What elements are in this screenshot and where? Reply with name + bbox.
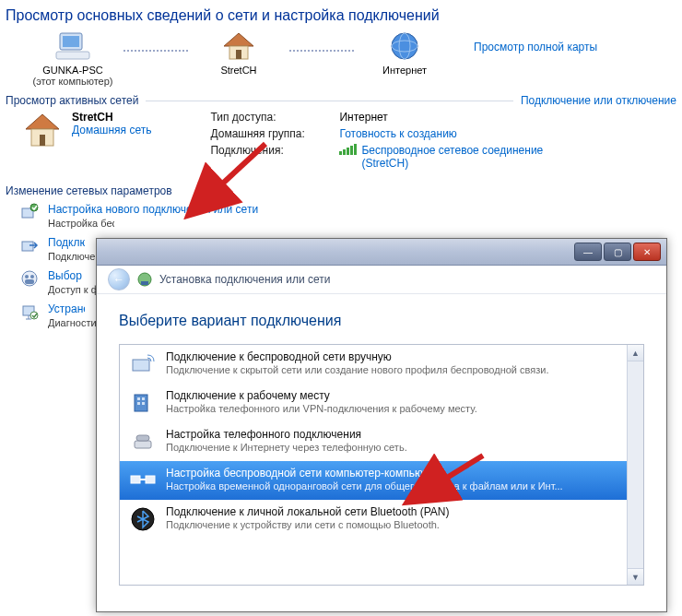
full-map-link[interactable]: Просмотр полной карты: [474, 41, 597, 53]
troubleshoot-icon: [20, 302, 39, 321]
wizard-subheader-text: Установка подключения или сети: [159, 273, 330, 286]
map-node-pc: GUNKA-PSC (этот компьютер): [22, 30, 123, 87]
active-network-summary: StretCH Домашняя сеть Тип доступа: Интер…: [22, 111, 682, 170]
pc-icon: [54, 30, 91, 63]
maximize-button[interactable]: ▢: [604, 243, 631, 261]
signal-bars-icon: [339, 144, 358, 158]
svg-marker-9: [26, 114, 59, 129]
homegroup-link[interactable]: Готовность к созданию: [339, 127, 546, 140]
access-type-label: Тип доступа:: [210, 111, 330, 124]
option-title: Настройка нового подключения или сети: [48, 203, 258, 216]
svg-rect-1: [63, 36, 79, 47]
globe-icon: [386, 30, 423, 63]
wizard-heading: Выберите вариант подключения: [119, 313, 644, 329]
network-details-grid: Тип доступа: Интернет Домашняя группа: Г…: [210, 111, 546, 170]
wizard-icon: [20, 203, 39, 221]
svg-point-17: [30, 275, 34, 278]
homegroup-label: Домашняя группа:: [210, 127, 330, 140]
svg-rect-18: [25, 279, 34, 284]
map-router-label: StretCH: [220, 65, 256, 76]
page-title: Просмотр основных сведений о сети и наст…: [6, 7, 676, 24]
svg-marker-3: [224, 33, 253, 46]
active-networks-header: Просмотр активных сетей Подключение или …: [6, 94, 676, 107]
map-pc-sub: (этот компьютер): [32, 76, 112, 87]
connect-icon: [20, 236, 39, 255]
map-connector: [289, 50, 354, 52]
option-title: Выбор домашней группы и параметров общег…: [48, 269, 85, 282]
option-title: Устранение неполадок: [48, 302, 85, 315]
map-node-router: StretCH: [188, 30, 289, 76]
minimize-button[interactable]: —: [574, 243, 602, 261]
svg-rect-11: [40, 135, 45, 146]
option-title: Подключиться к сети: [48, 236, 85, 249]
map-internet-label: Интернет: [382, 65, 427, 76]
change-settings-heading: Изменение сетевых параметров: [6, 184, 676, 197]
map-pc-label: GUNKA-PSC: [42, 65, 102, 76]
svg-rect-22: [141, 281, 148, 285]
house-icon: [220, 30, 257, 63]
map-node-internet: Интернет: [354, 30, 455, 76]
connection-link[interactable]: Беспроводное сетевое соединение (StretCH…: [361, 144, 546, 170]
access-type-value: Интернет: [339, 111, 546, 124]
network-name: StretCH: [72, 111, 151, 124]
homegroup-icon: [20, 269, 39, 288]
house-icon: [22, 111, 63, 149]
network-type-link[interactable]: Домашняя сеть: [72, 124, 151, 136]
titlebar[interactable]: — ▢ ✕: [97, 239, 666, 266]
svg-rect-2: [56, 52, 89, 59]
back-button[interactable]: ←: [108, 268, 130, 290]
svg-point-16: [25, 275, 29, 278]
option-new-connection[interactable]: Настройка нового подключения или сетиНас…: [20, 203, 682, 229]
svg-rect-5: [236, 50, 241, 59]
option-desc: Настройка беспроводного, широкополосного…: [48, 218, 114, 229]
svg-point-6: [392, 33, 417, 59]
map-connector: [123, 50, 188, 52]
network-map: GUNKA-PSC (этот компьютер) StretCH Интер…: [22, 30, 682, 87]
wizard-dialog: — ▢ ✕ ← Установка подключения или сети В…: [96, 238, 667, 336]
network-wizard-icon: [137, 272, 152, 287]
close-button[interactable]: ✕: [633, 243, 661, 261]
wizard-subheader: ← Установка подключения или сети: [97, 266, 666, 294]
svg-rect-14: [22, 242, 33, 251]
connect-disconnect-link[interactable]: Подключение или отключение: [521, 94, 676, 107]
connections-label: Подключения:: [210, 144, 330, 170]
active-networks-label: Просмотр активных сетей: [6, 94, 138, 107]
